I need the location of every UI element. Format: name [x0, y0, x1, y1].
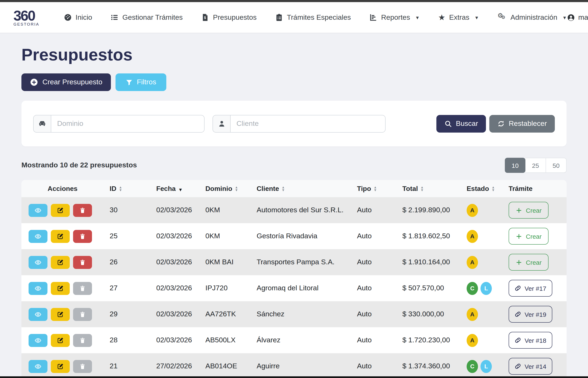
eye-icon: [34, 363, 42, 370]
nav-label: Extras: [449, 13, 469, 22]
page-size-10-button[interactable]: 10: [505, 158, 525, 173]
row-actions: [29, 282, 104, 295]
ver-tramite-button[interactable]: Ver #17: [509, 280, 552, 297]
crear-tramite-button[interactable]: Crear: [509, 202, 548, 218]
view-button[interactable]: [29, 230, 47, 243]
table-row: 3002/03/20260KMAutomotores del Sur S.R.L…: [21, 197, 567, 223]
view-button[interactable]: [29, 360, 47, 373]
view-button[interactable]: [29, 308, 47, 321]
crear-tramite-label: Crear: [526, 207, 542, 214]
table-row: 2802/03/2026AB500LXÁlvarezAuto$ 1.720.23…: [21, 327, 567, 353]
edit-button[interactable]: [51, 308, 70, 321]
page-size-25-button[interactable]: 25: [525, 158, 546, 173]
view-button[interactable]: [29, 282, 47, 295]
ver-tramite-button[interactable]: Ver #14: [509, 358, 552, 375]
column-header-total[interactable]: Total▲▼: [397, 180, 461, 197]
edit-button[interactable]: [51, 334, 70, 347]
nav-item-reportes[interactable]: Reportes ▼: [369, 13, 420, 22]
trash-icon: [79, 311, 86, 317]
edit-button[interactable]: [51, 256, 70, 269]
edit-button[interactable]: [51, 282, 70, 295]
create-presupuesto-button[interactable]: Crear Presupuesto: [21, 73, 111, 91]
search-button[interactable]: Buscar: [437, 115, 486, 132]
ver-tramite-button[interactable]: Ver #18: [509, 332, 552, 349]
estado-badge-A: A: [467, 334, 478, 347]
page-size-50-button[interactable]: 50: [546, 158, 567, 173]
column-label: Tipo: [357, 185, 371, 192]
crear-tramite-button[interactable]: Crear: [509, 254, 548, 270]
cell-tramite: Crear: [503, 249, 567, 275]
cell-dominio: 0KM: [200, 197, 251, 223]
column-header-estado[interactable]: Estado▲▼: [461, 180, 503, 197]
cell-estado: A: [461, 249, 503, 275]
cell-tipo: Auto: [351, 223, 397, 249]
link-icon: [515, 337, 521, 344]
column-label: ID: [110, 185, 116, 192]
reset-label: Restablecer: [509, 119, 547, 128]
nav-item-inicio[interactable]: Inicio: [64, 13, 92, 22]
nav-item-presupuestos[interactable]: $ Presupuestos: [201, 13, 257, 22]
nav-item-extras[interactable]: ★ Extras ▼: [438, 13, 479, 22]
view-button[interactable]: [29, 334, 47, 347]
main-navbar: 360 GESTORIA Inicio Gestionar Trámites $: [0, 2, 588, 33]
nav-item-administracion[interactable]: ⚙⚙ Administración ▼: [498, 13, 567, 22]
row-actions: [29, 256, 104, 269]
crear-tramite-button[interactable]: Crear: [509, 228, 548, 244]
delete-button[interactable]: [73, 230, 92, 243]
edit-button[interactable]: [51, 360, 70, 373]
ver-tramite-button[interactable]: Ver #19: [509, 306, 552, 323]
delete-button[interactable]: [73, 360, 92, 373]
nav-item-tramites-especiales[interactable]: Trámites Especiales: [275, 13, 351, 22]
app-window: 360 GESTORIA Inicio Gestionar Trámites $: [0, 0, 588, 378]
table-row: 2702/03/2026IPJ720Agromaq del LitoralAut…: [21, 275, 567, 301]
client-input[interactable]: [230, 115, 386, 132]
column-header-tipo[interactable]: Tipo▲▼: [351, 180, 397, 197]
column-header-id[interactable]: ID▲▼: [104, 180, 150, 197]
domain-input[interactable]: [51, 115, 204, 132]
delete-button[interactable]: [73, 308, 92, 321]
column-header-cliente[interactable]: Cliente▲▼: [251, 180, 351, 197]
column-label: Dominio: [205, 185, 232, 192]
nav-label: Administración: [511, 13, 557, 22]
brand-logo[interactable]: 360 GESTORIA: [14, 9, 39, 27]
view-button[interactable]: [29, 204, 47, 217]
view-button[interactable]: [29, 256, 47, 269]
delete-button[interactable]: [73, 282, 92, 295]
plus-circle-icon: [30, 78, 38, 86]
cell-dominio: AB014OE: [200, 353, 251, 378]
cell-tipo: Auto: [351, 353, 397, 378]
column-label: Fecha: [156, 185, 176, 192]
nav-label: Presupuestos: [213, 13, 257, 22]
delete-button[interactable]: [73, 204, 92, 217]
column-header-dominio[interactable]: Dominio▲▼: [200, 180, 251, 197]
star-icon: ★: [438, 14, 445, 21]
cell-id: 30: [104, 197, 150, 223]
user-menu[interactable]: mamillan ▼: [567, 13, 588, 22]
edit-button[interactable]: [51, 230, 70, 243]
delete-button[interactable]: [73, 256, 92, 269]
cell-cliente: Agromaq del Litoral: [251, 275, 351, 301]
link-icon: [515, 285, 521, 292]
cell-id: 26: [104, 249, 150, 275]
row-actions: [29, 230, 104, 243]
delete-button[interactable]: [73, 334, 92, 347]
pencil-icon: [57, 311, 64, 318]
user-circle-icon: [567, 14, 575, 21]
cell-tipo: Auto: [351, 327, 397, 353]
nav-item-gestionar-tramites[interactable]: Gestionar Trámites: [111, 13, 183, 22]
eye-icon: [34, 207, 42, 214]
cell-tipo: Auto: [351, 249, 397, 275]
trash-icon: [79, 285, 86, 291]
cell-estado: A: [461, 327, 503, 353]
edit-button[interactable]: [51, 204, 70, 217]
reset-button[interactable]: Restablecer: [489, 115, 555, 132]
column-header-fecha[interactable]: Fecha▼: [150, 180, 200, 197]
search-label: Buscar: [456, 119, 478, 128]
filters-button[interactable]: Filtros: [115, 73, 166, 91]
presupuestos-table: AccionesID▲▼Fecha▼Dominio▲▼Cliente▲▼Tipo…: [21, 180, 567, 378]
cell-total: $ 330.000,00: [397, 301, 461, 327]
crear-tramite-label: Crear: [526, 233, 542, 240]
list-icon: [111, 14, 119, 21]
chevron-down-icon: ▼: [474, 15, 479, 20]
cell-total: $ 2.199.890,00: [397, 197, 461, 223]
